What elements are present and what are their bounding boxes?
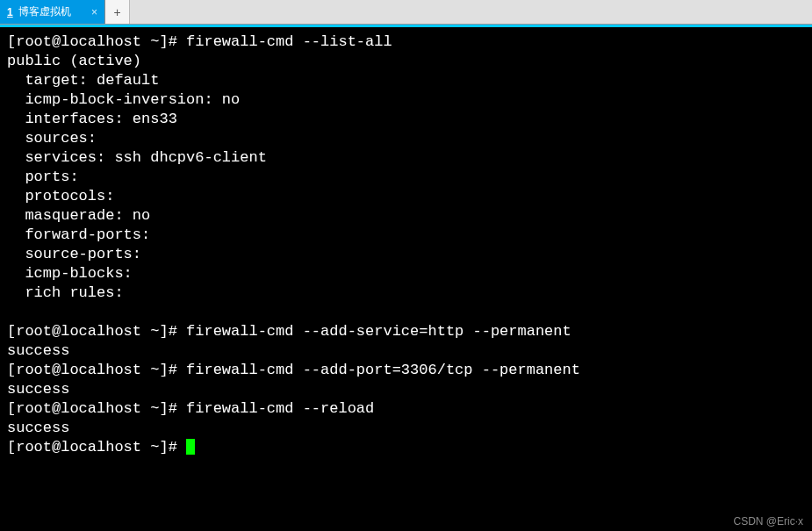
terminal-line: success [7, 380, 805, 399]
tab-active[interactable]: 1 博客虚拟机 × [0, 0, 105, 24]
terminal-line: [root@localhost ~]# [7, 438, 805, 457]
terminal-line: ports: [7, 168, 805, 187]
terminal-line: [root@localhost ~]# firewall-cmd --list-… [7, 32, 805, 52]
tab-bar: 1 博客虚拟机 × + [0, 0, 812, 25]
terminal-line: public (active) [7, 52, 805, 71]
terminal-line: interfaces: ens33 [7, 110, 805, 129]
terminal-line: source-ports: [7, 245, 805, 264]
terminal-line: icmp-blocks: [7, 264, 805, 283]
terminal-line: icmp-block-inversion: no [7, 90, 805, 110]
terminal-line [7, 303, 805, 322]
watermark: CSDN @Eric·x [733, 515, 803, 527]
terminal-line: rich rules: [7, 283, 805, 303]
tab-title: 博客虚拟机 [18, 4, 71, 19]
terminal-line: [root@localhost ~]# firewall-cmd --add-s… [7, 322, 805, 341]
terminal-line: [root@localhost ~]# firewall-cmd --reloa… [7, 399, 805, 419]
terminal-line: [root@localhost ~]# firewall-cmd --add-p… [7, 361, 805, 380]
terminal-line: services: ssh dhcpv6-client [7, 148, 805, 168]
tab-number: 1 [7, 6, 13, 18]
terminal-line: success [7, 341, 805, 361]
close-icon[interactable]: × [91, 6, 97, 18]
terminal-output[interactable]: [root@localhost ~]# firewall-cmd --list-… [0, 27, 812, 531]
plus-icon: + [113, 5, 120, 19]
terminal-line: target: default [7, 71, 805, 90]
terminal-cursor [186, 439, 195, 455]
new-tab-button[interactable]: + [105, 0, 130, 24]
terminal-line: sources: [7, 129, 805, 148]
terminal-line: forward-ports: [7, 226, 805, 245]
terminal-line: success [7, 419, 805, 438]
terminal-line: masquerade: no [7, 206, 805, 226]
terminal-line: protocols: [7, 187, 805, 206]
